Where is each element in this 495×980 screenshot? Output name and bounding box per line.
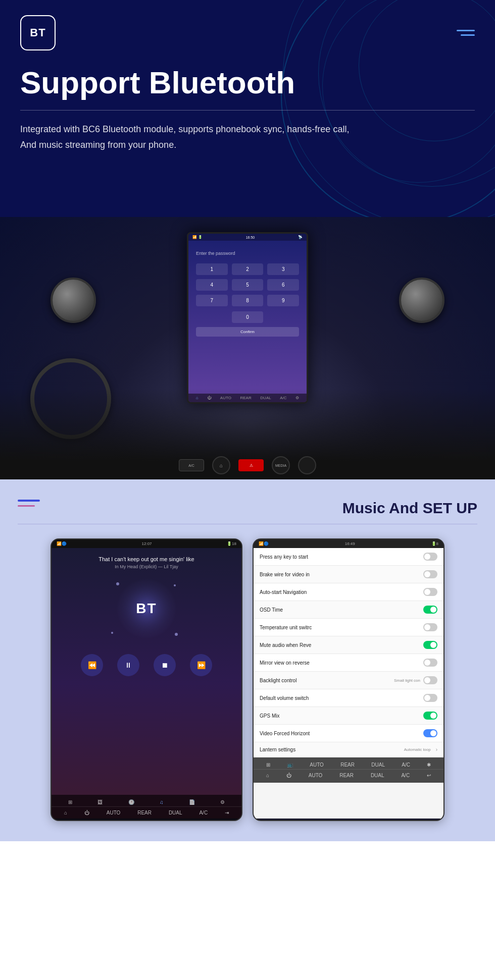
nav-gallery-icon[interactable]: 🖼 <box>97 799 103 805</box>
numpad-7[interactable]: 7 <box>196 295 228 306</box>
right-nav-auto2: AUTO <box>309 773 323 778</box>
toggle-brake-wire[interactable] <box>423 570 437 578</box>
numpad-1[interactable]: 1 <box>196 263 228 275</box>
song-title: That I can't keep out got me singin' lik… <box>98 556 194 562</box>
setting-osd-time: OSD Time <box>254 601 443 619</box>
numpad-4[interactable]: 4 <box>196 279 228 291</box>
confirm-button[interactable]: Confirm <box>196 327 299 337</box>
battery-num: 18 <box>232 541 236 546</box>
right-nav-power[interactable]: ⏻ <box>286 773 291 778</box>
screen-statusbar: 📶 🔋 16:50 📡 <box>188 234 307 241</box>
right-nav-ac: A/C <box>402 762 410 768</box>
chevron-right-icon: › <box>436 747 437 752</box>
phone-bottom-nav-left: ⊞ 🖼 🕐 ♫ 📄 ⚙ ⌂ ⏻ AUTO REAR DUAL A/C <box>52 795 241 820</box>
rewind-button[interactable]: ⏪ <box>81 654 103 676</box>
toggle-temp-unit[interactable] <box>423 623 437 631</box>
toggle-default-volume[interactable] <box>423 694 437 702</box>
numpad-0[interactable]: 0 <box>232 311 264 323</box>
media-button[interactable]: MEDIA <box>272 456 290 474</box>
car-background: 📶 🔋 16:50 📡 Enter the password 1 2 3 4 5… <box>0 217 495 479</box>
sparkle-3 <box>111 632 113 634</box>
home-icon: ⌂ <box>220 463 223 468</box>
nav-power2-icon[interactable]: ⏻ <box>84 810 89 815</box>
album-art: BT <box>106 578 187 639</box>
extra-knob <box>298 456 316 474</box>
music-section: Music And SET UP 📶🔵 12:07 🔋18 That I can… <box>0 479 495 841</box>
right-nav-dual2: DUAL <box>371 773 384 778</box>
right-nav-home[interactable]: ⌂ <box>266 773 269 778</box>
nav-apps-icon[interactable]: ⊞ <box>68 799 72 805</box>
numpad-8[interactable]: 8 <box>232 295 264 306</box>
alert-button[interactable]: ⚠ <box>238 459 264 471</box>
nav-dual-label: DUAL <box>169 810 182 815</box>
sparkle-2 <box>174 584 176 586</box>
numpad-6[interactable]: 6 <box>267 279 299 291</box>
nav-arrow-icon[interactable]: ⇥ <box>225 810 229 815</box>
toggle-mirror-view[interactable] <box>423 659 437 667</box>
setting-label-5: Mute audio when Reve <box>260 642 423 648</box>
status-time-right: 16:49 <box>345 541 355 546</box>
play-button[interactable]: ⏸ <box>117 654 139 676</box>
setting-auto-nav: Auto-start Navigation <box>254 583 443 601</box>
status-icons-left: 📶🔵 <box>57 541 67 546</box>
screen-icons-right: 📡 <box>298 235 303 239</box>
page-title: Support Bluetooth <box>20 66 475 100</box>
bt-album-text: BT <box>136 601 157 617</box>
nav-settings-icon[interactable]: ⚙ <box>220 799 225 805</box>
toggle-auto-nav[interactable] <box>423 588 437 596</box>
setting-label-3: OSD Time <box>260 607 423 613</box>
header-section: BT Support Bluetooth Integrated with BC6… <box>0 0 495 217</box>
fast-forward-button[interactable]: ⏩ <box>190 654 212 676</box>
nav-clock-icon[interactable]: 🕐 <box>128 799 134 805</box>
nav-music-icon[interactable]: ♫ <box>160 799 164 805</box>
screen-numpad: 1 2 3 4 5 6 7 8 9 <box>196 263 299 306</box>
music-hamburger-line-1 <box>18 500 40 502</box>
numpad-9[interactable]: 9 <box>267 295 299 306</box>
setting-label-9: GPS Mix <box>260 713 423 719</box>
toggle-press-any-key[interactable] <box>423 553 437 561</box>
toggle-osd-time[interactable] <box>423 606 437 614</box>
setting-label-10: Video Forced Horizont <box>260 731 423 736</box>
setting-label-4: Temperature unit switrc <box>260 625 423 630</box>
nav-ac-label: A/C <box>199 810 208 815</box>
car-bottom-controls: A/C ⌂ ⚠ MEDIA <box>179 456 316 474</box>
ac-button[interactable]: A/C <box>179 459 204 471</box>
music-section-title: Music And SET UP <box>342 500 477 517</box>
right-nav-display[interactable]: 📺 <box>287 762 293 768</box>
phone-right-bottom-nav: ⊞ 📺 AUTO REAR DUAL A/C ✱ ⌂ ⏻ AUTO REAR D… <box>254 757 443 783</box>
nav-home-icon[interactable]: ⌂ <box>64 810 67 815</box>
description-line-1: Integrated with BC6 Bluetooth module, su… <box>20 124 349 134</box>
setting-lantern[interactable]: Lantern settings Automatic loop › <box>254 742 443 757</box>
setting-extra-7: Small light con <box>394 678 420 683</box>
numpad-3[interactable]: 3 <box>267 263 299 275</box>
toggle-mute-audio[interactable] <box>423 641 437 649</box>
bt-circle: BT <box>116 578 177 639</box>
battery-num-right: 8 <box>436 541 438 546</box>
setting-default-volume: Default volume switch <box>254 689 443 707</box>
phone-right-content: Press any key to start Brake wire for vi… <box>254 548 443 819</box>
password-label: Enter the password <box>196 251 299 256</box>
numpad-2[interactable]: 2 <box>232 263 264 275</box>
stop-button[interactable]: ⏹ <box>154 654 176 676</box>
phone-left-content: That I can't keep out got me singin' lik… <box>52 548 241 819</box>
hamburger-menu-button[interactable] <box>457 30 475 36</box>
right-nav-row-1: ⊞ 📺 AUTO REAR DUAL A/C ✱ <box>254 760 443 770</box>
nav-file-icon[interactable]: 📄 <box>189 799 195 805</box>
music-menu-icon[interactable] <box>18 500 40 507</box>
phones-container: 📶🔵 12:07 🔋18 That I can't keep out got m… <box>18 538 477 821</box>
car-section: 📶 🔋 16:50 📡 Enter the password 1 2 3 4 5… <box>0 217 495 479</box>
music-header: Music And SET UP <box>18 500 477 517</box>
toggle-gps-mix[interactable] <box>423 712 437 720</box>
setting-gps-mix: GPS Mix <box>254 707 443 725</box>
numpad-5[interactable]: 5 <box>232 279 264 291</box>
song-artist: In My Head (Explicit) — Lil Tjay <box>115 564 178 569</box>
right-nav-arrow[interactable]: ↩ <box>427 773 431 778</box>
right-nav-ac2: A/C <box>401 773 410 778</box>
nav-rear-label: REAR <box>137 810 152 815</box>
sparkle-1 <box>116 582 119 585</box>
right-nav-apps[interactable]: ⊞ <box>266 762 270 768</box>
right-nav-settings[interactable]: ✱ <box>427 762 431 768</box>
toggle-video-forced[interactable] <box>423 729 437 737</box>
toggle-backlight[interactable] <box>423 676 437 684</box>
home-knob[interactable]: ⌂ <box>212 456 230 474</box>
